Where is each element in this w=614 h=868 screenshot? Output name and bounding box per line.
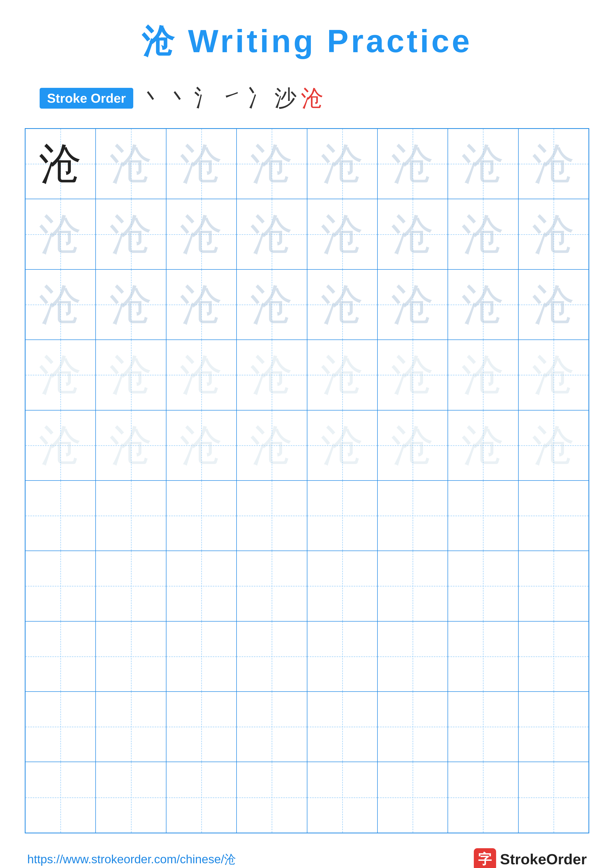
grid-cell-10-6[interactable] <box>378 762 448 832</box>
grid-cell-4-3[interactable]: 沧 <box>166 340 237 410</box>
grid-cell-1-7[interactable]: 沧 <box>448 129 518 199</box>
grid-cell-6-3[interactable] <box>166 481 237 551</box>
grid-cell-7-6[interactable] <box>378 551 448 621</box>
footer-url: https://www.strokeorder.com/chinese/沧 <box>27 851 236 867</box>
grid-cell-10-3[interactable] <box>166 762 237 832</box>
grid-cell-1-8[interactable]: 沧 <box>519 129 589 199</box>
grid-cell-10-1[interactable] <box>25 762 96 832</box>
grid-cell-2-2[interactable]: 沧 <box>96 199 166 270</box>
grid-cell-5-3[interactable]: 沧 <box>166 411 237 481</box>
grid-cell-2-4[interactable]: 沧 <box>237 199 307 270</box>
grid-cell-5-8[interactable]: 沧 <box>519 411 589 481</box>
char-very-faded: 沧 <box>462 354 504 396</box>
grid-cell-1-1[interactable]: 沧 <box>25 129 96 199</box>
grid-cell-9-2[interactable] <box>96 692 166 762</box>
grid-cell-2-1[interactable]: 沧 <box>25 199 96 270</box>
grid-cell-7-1[interactable] <box>25 551 96 621</box>
grid-cell-10-4[interactable] <box>237 762 307 832</box>
grid-cell-8-7[interactable] <box>448 622 518 692</box>
grid-cell-4-6[interactable]: 沧 <box>378 340 448 410</box>
grid-cell-4-1[interactable]: 沧 <box>25 340 96 410</box>
grid-cell-5-1[interactable]: 沧 <box>25 411 96 481</box>
grid-cell-10-7[interactable] <box>448 762 518 832</box>
grid-cell-2-5[interactable]: 沧 <box>307 199 378 270</box>
stroke-order-row: Stroke Order 丶 丶 氵 ㇀ 冫 沙 沧 <box>40 83 323 113</box>
brand-name: StrokeOrder <box>500 851 587 868</box>
grid-cell-4-8[interactable]: 沧 <box>519 340 589 410</box>
grid-cell-10-2[interactable] <box>96 762 166 832</box>
grid-cell-9-3[interactable] <box>166 692 237 762</box>
grid-cell-2-3[interactable]: 沧 <box>166 199 237 270</box>
grid-cell-6-6[interactable] <box>378 481 448 551</box>
grid-cell-10-5[interactable] <box>307 762 378 832</box>
stroke-4: ㇀ <box>221 83 243 113</box>
grid-row-6 <box>25 481 589 551</box>
grid-cell-7-5[interactable] <box>307 551 378 621</box>
char-faded: 沧 <box>321 284 363 326</box>
grid-cell-6-7[interactable] <box>448 481 518 551</box>
grid-cell-3-7[interactable]: 沧 <box>448 270 518 340</box>
char-very-faded: 沧 <box>392 354 434 396</box>
grid-cell-7-7[interactable] <box>448 551 518 621</box>
grid-cell-9-5[interactable] <box>307 692 378 762</box>
grid-cell-10-8[interactable] <box>519 762 589 832</box>
grid-cell-6-4[interactable] <box>237 481 307 551</box>
grid-cell-9-4[interactable] <box>237 692 307 762</box>
brand-icon: 字 <box>474 848 496 868</box>
grid-cell-9-6[interactable] <box>378 692 448 762</box>
grid-cell-4-7[interactable]: 沧 <box>448 340 518 410</box>
grid-cell-6-5[interactable] <box>307 481 378 551</box>
grid-cell-6-1[interactable] <box>25 481 96 551</box>
grid-cell-2-8[interactable]: 沧 <box>519 199 589 270</box>
char-very-faded: 沧 <box>392 424 434 467</box>
stroke-5: 冫 <box>248 83 270 113</box>
char-faded: 沧 <box>462 284 504 326</box>
char-very-faded: 沧 <box>39 424 81 467</box>
grid-cell-7-2[interactable] <box>96 551 166 621</box>
grid-cell-5-6[interactable]: 沧 <box>378 411 448 481</box>
grid-cell-9-8[interactable] <box>519 692 589 762</box>
grid-cell-1-6[interactable]: 沧 <box>378 129 448 199</box>
grid-cell-8-5[interactable] <box>307 622 378 692</box>
grid-cell-9-1[interactable] <box>25 692 96 762</box>
title-char: 沧 <box>142 23 177 59</box>
grid-cell-5-5[interactable]: 沧 <box>307 411 378 481</box>
grid-cell-1-2[interactable]: 沧 <box>96 129 166 199</box>
grid-cell-3-4[interactable]: 沧 <box>237 270 307 340</box>
grid-cell-4-5[interactable]: 沧 <box>307 340 378 410</box>
grid-cell-3-2[interactable]: 沧 <box>96 270 166 340</box>
stroke-6: 沙 <box>274 83 297 113</box>
grid-cell-1-4[interactable]: 沧 <box>237 129 307 199</box>
grid-cell-3-8[interactable]: 沧 <box>519 270 589 340</box>
grid-cell-2-6[interactable]: 沧 <box>378 199 448 270</box>
grid-cell-6-8[interactable] <box>519 481 589 551</box>
grid-cell-5-2[interactable]: 沧 <box>96 411 166 481</box>
grid-cell-9-7[interactable] <box>448 692 518 762</box>
grid-cell-7-8[interactable] <box>519 551 589 621</box>
grid-row-1: 沧 沧 沧 沧 沧 沧 沧 沧 <box>25 129 589 199</box>
grid-cell-5-7[interactable]: 沧 <box>448 411 518 481</box>
grid-cell-7-4[interactable] <box>237 551 307 621</box>
grid-cell-2-7[interactable]: 沧 <box>448 199 518 270</box>
grid-cell-6-2[interactable] <box>96 481 166 551</box>
grid-cell-8-1[interactable] <box>25 622 96 692</box>
grid-cell-8-8[interactable] <box>519 622 589 692</box>
grid-cell-7-3[interactable] <box>166 551 237 621</box>
practice-grid: 沧 沧 沧 沧 沧 沧 沧 沧 <box>25 128 589 833</box>
char-faded: 沧 <box>533 213 575 255</box>
grid-cell-8-2[interactable] <box>96 622 166 692</box>
grid-cell-4-2[interactable]: 沧 <box>96 340 166 410</box>
grid-cell-1-5[interactable]: 沧 <box>307 129 378 199</box>
grid-cell-8-3[interactable] <box>166 622 237 692</box>
grid-cell-5-4[interactable]: 沧 <box>237 411 307 481</box>
grid-cell-4-4[interactable]: 沧 <box>237 340 307 410</box>
grid-cell-3-5[interactable]: 沧 <box>307 270 378 340</box>
grid-cell-3-1[interactable]: 沧 <box>25 270 96 340</box>
grid-cell-3-3[interactable]: 沧 <box>166 270 237 340</box>
grid-cell-8-4[interactable] <box>237 622 307 692</box>
char-faded: 沧 <box>180 284 222 326</box>
grid-cell-1-3[interactable]: 沧 <box>166 129 237 199</box>
grid-cell-8-6[interactable] <box>378 622 448 692</box>
char-faded: 沧 <box>251 143 293 185</box>
grid-cell-3-6[interactable]: 沧 <box>378 270 448 340</box>
